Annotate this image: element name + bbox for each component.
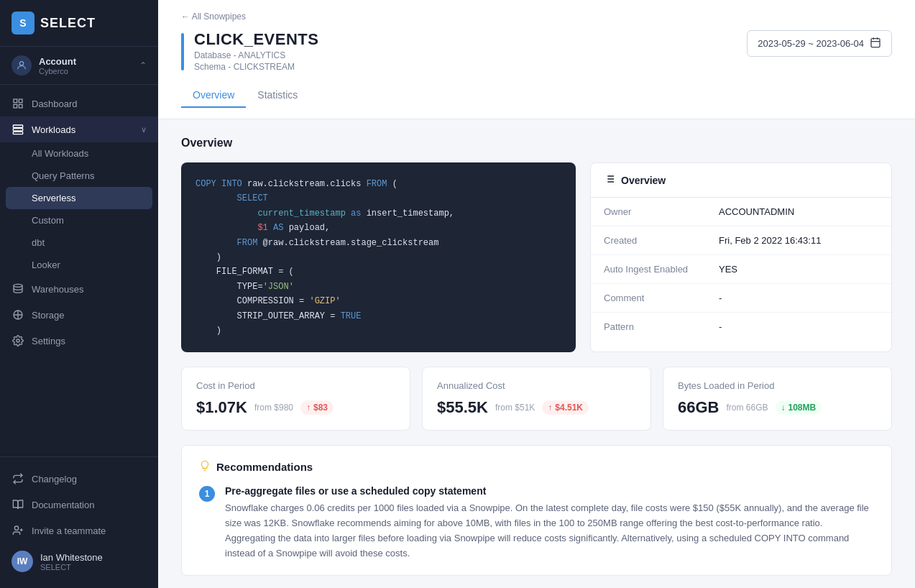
bulb-icon — [199, 460, 211, 474]
svg-point-11 — [14, 526, 18, 530]
annualized-label: Annualized Cost — [437, 380, 636, 391]
svg-point-10 — [17, 339, 19, 342]
logo-icon: S — [12, 12, 35, 35]
invite-label: Invite a teammate — [32, 525, 147, 536]
svg-rect-7 — [13, 132, 22, 134]
comment-key: Comment — [604, 293, 719, 303]
sidebar-item-storage[interactable]: Storage — [0, 302, 158, 328]
auto-ingest-key: Auto Ingest Enabled — [604, 264, 719, 275]
workloads-submenu: All Workloads Query Patterns Serverless … — [0, 142, 158, 276]
recommendation-item-1: 1 Pre-aggregate files or use a scheduled… — [199, 485, 874, 561]
account-icon — [12, 55, 32, 75]
account-name: Account — [39, 56, 76, 67]
overview-panel: Overview Owner ACCOUNTADMIN Created Fri,… — [590, 162, 892, 352]
sidebar: S SELECT Account Cyberco ⌃ Dashboard Wor… — [0, 0, 158, 588]
page-title: CLICK_EVENTS — [194, 30, 318, 49]
cost-period-label: Cost in Period — [196, 380, 395, 391]
stat-card-annualized: Annualized Cost $55.5K from $51K ↑ $4.51… — [422, 367, 651, 431]
page-database: Database - ANALYTICS — [194, 50, 318, 60]
page-schema: Schema - CLICKSTREAM — [194, 62, 318, 72]
page-title-block: CLICK_EVENTS Database - ANALYTICS Schema… — [194, 30, 318, 72]
sidebar-item-settings[interactable]: Settings — [0, 328, 158, 354]
recommendations-card: Recommendations 1 Pre-aggregate files or… — [181, 445, 892, 576]
account-company: Cyberco — [39, 67, 76, 75]
overview-row-created: Created Fri, Feb 2 2022 16:43:11 — [591, 226, 891, 255]
svg-rect-1 — [14, 99, 17, 103]
bytes-value: 66GB — [678, 398, 719, 417]
changelog-label: Changelog — [32, 474, 147, 484]
owner-key: Owner — [604, 206, 719, 217]
recommendations-title: Recommendations — [216, 461, 313, 473]
sidebar-item-invite[interactable]: Invite a teammate — [0, 518, 158, 543]
stat-card-bytes: Bytes Loaded in Period 66GB from 66GB ↓ … — [663, 367, 892, 431]
svg-point-8 — [14, 284, 22, 287]
pattern-key: Pattern — [604, 321, 719, 332]
svg-rect-2 — [19, 99, 22, 103]
recommendations-header: Recommendations — [199, 460, 874, 474]
sidebar-item-changelog[interactable]: Changelog — [0, 466, 158, 492]
date-picker-button[interactable]: 2023-05-29 ~ 2023-06-04 — [747, 30, 892, 57]
auto-ingest-value: YES — [719, 264, 878, 275]
rec-number-1: 1 — [199, 486, 215, 502]
sidebar-item-workloads[interactable]: Workloads ∨ — [0, 116, 158, 142]
topbar: ← All Snowpipes CLICK_EVENTS Database - … — [158, 0, 915, 119]
logo: S SELECT — [0, 0, 158, 47]
workloads-chevron-icon: ∨ — [141, 125, 147, 134]
tab-overview[interactable]: Overview — [181, 83, 246, 108]
documentation-icon — [12, 498, 24, 511]
annualized-from: from $51K — [495, 403, 535, 413]
sidebar-item-dashboard[interactable]: Dashboard — [0, 91, 158, 116]
account-chevron-icon: ⌃ — [139, 60, 147, 70]
tab-statistics[interactable]: Statistics — [246, 83, 309, 108]
bytes-arrow-icon: ↓ — [781, 403, 786, 413]
overview-row-pattern: Pattern - — [591, 313, 891, 341]
changelog-icon — [12, 472, 24, 485]
user-profile[interactable]: IW Ian Whitestone SELECT — [0, 543, 158, 579]
sidebar-item-warehouses[interactable]: Warehouses — [0, 276, 158, 302]
sidebar-footer: Changelog Documentation Invite a teammat… — [0, 456, 158, 588]
workloads-icon — [12, 123, 24, 136]
owner-value: ACCOUNTADMIN — [719, 206, 878, 217]
documentation-label: Documentation — [32, 500, 147, 510]
main-content: ← All Snowpipes CLICK_EVENTS Database - … — [158, 0, 915, 588]
sidebar-item-looker[interactable]: Looker — [0, 254, 158, 276]
storage-icon — [12, 308, 24, 321]
breadcrumb[interactable]: ← All Snowpipes — [181, 12, 892, 22]
sidebar-item-serverless[interactable]: Serverless — [6, 187, 152, 209]
settings-icon — [12, 334, 24, 347]
annualized-badge-text: $4.51K — [555, 403, 583, 413]
overview-grid: COPY INTO raw.clickstream.clicks FROM ( … — [181, 162, 892, 352]
bytes-badge: ↓ 108MB — [776, 400, 822, 415]
svg-rect-6 — [13, 129, 22, 131]
sidebar-item-documentation[interactable]: Documentation — [0, 492, 158, 518]
svg-rect-5 — [13, 125, 22, 127]
calendar-icon — [870, 37, 881, 50]
user-name: Ian Whitestone — [40, 552, 103, 563]
invite-icon — [12, 524, 24, 537]
overview-list-icon — [604, 173, 615, 187]
cost-period-arrow-icon: ↑ — [306, 403, 311, 413]
sidebar-item-dbt[interactable]: dbt — [0, 231, 158, 254]
cost-period-badge: ↑ $83 — [300, 400, 334, 415]
sidebar-item-custom[interactable]: Custom — [0, 209, 158, 231]
page-header: CLICK_EVENTS Database - ANALYTICS Schema… — [181, 30, 892, 72]
rec-text-1: Snowflake charges 0.06 credits per 1000 … — [225, 501, 874, 561]
page-tabs: Overview Statistics — [181, 83, 892, 107]
workloads-label: Workloads — [32, 124, 134, 135]
breadcrumb-back-link[interactable]: ← All Snowpipes — [181, 12, 246, 22]
svg-rect-14 — [871, 39, 880, 47]
annualized-value: $55.5K — [437, 398, 488, 417]
sidebar-item-query-patterns[interactable]: Query Patterns — [0, 165, 158, 187]
bytes-badge-text: 108MB — [788, 403, 817, 413]
bytes-from: from 66GB — [726, 403, 768, 413]
overview-row-comment: Comment - — [591, 284, 891, 313]
comment-value: - — [719, 293, 878, 303]
overview-section-title: Overview — [181, 137, 892, 150]
annualized-badge: ↑ $4.51K — [542, 400, 589, 415]
content-area: Overview COPY INTO raw.clickstream.click… — [158, 119, 915, 588]
code-block: COPY INTO raw.clickstream.clicks FROM ( … — [181, 162, 576, 352]
account-switcher[interactable]: Account Cyberco ⌃ — [0, 47, 158, 85]
sidebar-item-all-workloads[interactable]: All Workloads — [0, 142, 158, 165]
svg-rect-3 — [14, 104, 17, 108]
dashboard-icon — [12, 97, 24, 110]
